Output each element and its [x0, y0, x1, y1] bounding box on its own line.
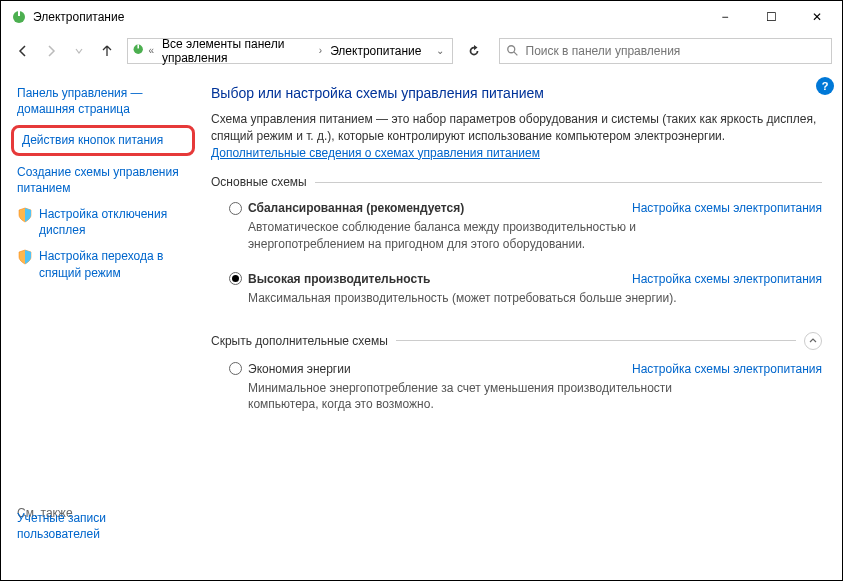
plan-eco: Экономия энергии Настройка схемы электро…: [211, 358, 822, 428]
minimize-button[interactable]: −: [702, 1, 748, 33]
window-title: Электропитание: [33, 10, 702, 24]
intro-text: Схема управления питанием — это набор па…: [211, 111, 822, 161]
recent-dropdown[interactable]: [67, 39, 91, 63]
configure-plan-link[interactable]: Настройка схемы электропитания: [632, 201, 822, 215]
configure-plan-link[interactable]: Настройка схемы электропитания: [632, 272, 822, 286]
collapse-icon[interactable]: [804, 332, 822, 350]
breadcrumb-expand[interactable]: ⌄: [430, 45, 450, 56]
sidebar-power-buttons[interactable]: Действия кнопок питания: [22, 132, 184, 148]
up-button[interactable]: [95, 39, 119, 63]
learn-more-link[interactable]: Дополнительные сведения о схемах управле…: [211, 146, 540, 160]
maximize-button[interactable]: ☐: [748, 1, 794, 33]
plan-balanced: Сбалансированная (рекомендуется) Настрой…: [211, 197, 822, 267]
plan-high: Высокая производительность Настройка схе…: [211, 268, 822, 322]
app-icon: [11, 9, 27, 25]
plan-desc: Минимальное энергопотребление за счет ум…: [248, 380, 678, 412]
shield-icon: [17, 249, 33, 265]
close-button[interactable]: ✕: [794, 1, 840, 33]
plan-name[interactable]: Экономия энергии: [248, 362, 626, 376]
sidebar-create-plan[interactable]: Создание схемы управления питанием: [17, 164, 191, 196]
radio-balanced[interactable]: [229, 202, 242, 215]
radio-eco[interactable]: [229, 362, 242, 375]
highlighted-item: Действия кнопок питания: [11, 125, 195, 155]
plan-desc: Максимальная производительность (может п…: [248, 290, 678, 306]
main-content: ? Выбор или настройка схемы управления п…: [201, 69, 842, 580]
refresh-button[interactable]: [461, 38, 487, 64]
breadcrumb[interactable]: « Все элементы панели управления › Элект…: [127, 38, 453, 64]
breadcrumb-item[interactable]: Электропитание: [326, 44, 425, 58]
chevron-right-icon: ›: [319, 45, 322, 56]
search-icon: [506, 44, 520, 58]
forward-button[interactable]: [39, 39, 63, 63]
radio-high[interactable]: [229, 272, 242, 285]
configure-plan-link[interactable]: Настройка схемы электропитания: [632, 362, 822, 376]
svg-line-5: [513, 51, 517, 55]
back-button[interactable]: [11, 39, 35, 63]
page-title: Выбор или настройка схемы управления пит…: [211, 85, 822, 101]
sidebar: Панель управления — домашняя страница Де…: [1, 69, 201, 580]
svg-rect-3: [137, 44, 139, 48]
breadcrumb-icon: [132, 43, 144, 59]
plan-name[interactable]: Высокая производительность: [248, 272, 626, 286]
see-also-link[interactable]: Учетные записи пользователей: [17, 510, 177, 542]
svg-rect-1: [18, 11, 20, 16]
sidebar-display-off[interactable]: Настройка отключения дисплея: [39, 206, 191, 238]
sidebar-home[interactable]: Панель управления — домашняя страница: [17, 85, 191, 117]
svg-point-4: [507, 45, 514, 52]
shield-icon: [17, 207, 33, 223]
search-input[interactable]: [526, 44, 826, 58]
section-basic: Основные схемы: [211, 175, 822, 189]
section-hidden: Скрыть дополнительные схемы: [211, 332, 822, 350]
breadcrumb-item[interactable]: Все элементы панели управления: [158, 37, 315, 65]
plan-desc: Автоматическое соблюдение баланса между …: [248, 219, 678, 251]
navbar: « Все элементы панели управления › Элект…: [1, 33, 842, 69]
sidebar-sleep[interactable]: Настройка перехода в спящий режим: [39, 248, 191, 280]
help-button[interactable]: ?: [816, 77, 834, 95]
chevron-left-icon: «: [148, 45, 154, 56]
titlebar: Электропитание − ☐ ✕: [1, 1, 842, 33]
plan-name[interactable]: Сбалансированная (рекомендуется): [248, 201, 626, 215]
search-box[interactable]: [499, 38, 833, 64]
